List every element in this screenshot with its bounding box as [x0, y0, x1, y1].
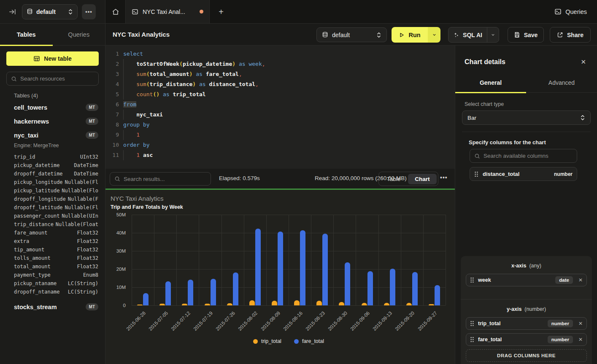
remove-icon[interactable]: ✕ — [578, 321, 583, 326]
code-token — [140, 152, 143, 158]
x-axis-tick-label: 2015-08-02 — [238, 310, 259, 332]
bar-trip_total-2015-08-30 — [339, 302, 344, 305]
column-type: DateTime — [74, 162, 98, 171]
engine-badge: MT — [86, 303, 98, 310]
sidebar-item-stocks-stream[interactable]: stocks_stream MT — [14, 303, 98, 310]
code-token: order by — [123, 142, 150, 148]
column-name: pickup_datetime — [14, 162, 59, 171]
remove-icon[interactable]: ✕ — [578, 337, 583, 342]
code-token: trip_total — [173, 91, 205, 97]
tab-advanced[interactable]: Advanced — [526, 73, 597, 92]
terminal-icon — [132, 8, 138, 15]
y-axis-item-trip-total[interactable]: trip_total number ✕ — [466, 317, 587, 330]
column-row: tolls_amount Float32 — [14, 255, 98, 264]
editor-line: 6 from — [105, 100, 455, 110]
bar-fare_total-2015-08-16 — [300, 230, 305, 305]
sqlai-button[interactable]: SQL AI — [448, 32, 487, 38]
view-toggle: Table Chart — [378, 172, 438, 186]
new-table-label: New table — [44, 55, 71, 62]
column-name: dropoff_longitude — [14, 196, 66, 205]
sidebar-item-nyc-taxi[interactable]: nyc_taxi MT — [14, 132, 98, 139]
bar-fare_total-2015-07-26 — [233, 272, 238, 305]
table-name: nyc_taxi — [14, 132, 38, 139]
y-axis-tick-label: 40M — [116, 230, 126, 235]
sqlai-caret[interactable] — [487, 27, 499, 42]
line-number: 2 — [105, 59, 119, 69]
share-button[interactable]: Share — [550, 27, 591, 43]
home-button[interactable] — [105, 0, 125, 23]
column-type: Nullable(Fl — [65, 205, 98, 213]
gridline-vertical — [446, 215, 446, 305]
x-axis-item-week[interactable]: week date ✕ — [466, 274, 587, 286]
x-axis-header: x-axis (any) — [466, 261, 587, 274]
sidebar-search-input[interactable]: Search resources — [6, 72, 99, 86]
column-row: pickup_longitude Nullable(Fl — [14, 179, 98, 188]
code-token: count — [136, 91, 153, 97]
engine-badge: MT — [86, 118, 98, 125]
drag-handle-icon[interactable] — [470, 337, 474, 342]
legend-item-trip_total[interactable]: trip_total — [253, 338, 281, 344]
elapsed-stat: Elapsed: 0.579s — [219, 175, 260, 181]
remove-icon[interactable]: ✕ — [578, 277, 583, 283]
column-type: LC(String) — [68, 289, 98, 297]
tab-strip: NYC Taxi Anal... + Queries — [105, 0, 597, 24]
y-axis-item-fare-total[interactable]: fare_total number ✕ — [466, 333, 587, 346]
sidebar-tabs: Tables Queries — [0, 24, 105, 46]
line-number: 10 — [105, 140, 119, 150]
results-search-input[interactable]: Search results... — [110, 172, 211, 186]
column-row: dropoff_longitude Nullable(F — [14, 196, 98, 205]
gridline-vertical — [423, 215, 424, 305]
sidebar-item-hackernews[interactable]: hackernews MT — [14, 118, 98, 125]
code-token: trip_distance — [150, 81, 193, 87]
chart-type-value: Bar — [467, 115, 476, 121]
legend-dot — [294, 339, 299, 344]
new-table-button[interactable]: New table — [6, 51, 99, 66]
drag-handle-icon[interactable] — [474, 171, 478, 177]
column-type: Nullable(Flo — [62, 188, 98, 196]
sidebar-database-select[interactable]: default — [22, 4, 78, 19]
y-axis-header: y-axis (number) — [466, 305, 587, 317]
code-token — [123, 89, 136, 100]
column-type: Nullable(UIn — [62, 213, 98, 221]
collapse-sidebar-icon[interactable] — [8, 8, 16, 16]
panel-title: Chart details — [465, 58, 505, 66]
sidebar-tab-queries[interactable]: Queries — [53, 24, 105, 45]
code-token: sum — [136, 81, 146, 87]
view-toggle-table[interactable]: Table — [380, 174, 407, 184]
run-button[interactable]: Run — [392, 27, 428, 43]
sql-editor[interactable]: 1 select 2 toStartOfWeek(pickup_datetime… — [105, 46, 455, 169]
editor-line: 3 sum(total_amount) as fare_total, — [105, 69, 455, 79]
x-axis-tick-label: 2015-09-06 — [349, 310, 370, 332]
tab-general[interactable]: General — [455, 73, 526, 92]
header-database-select[interactable]: default — [316, 27, 387, 42]
results-more-button[interactable]: ••• — [440, 174, 448, 181]
drag-handle-icon[interactable] — [470, 321, 474, 326]
columns-search-input[interactable]: Search available columns — [470, 149, 577, 163]
queries-button[interactable]: Queries — [554, 0, 587, 23]
drag-columns-dropzone[interactable]: DRAG COLUMNS HERE — [466, 349, 587, 362]
sidebar-tab-tables[interactable]: Tables — [0, 24, 53, 45]
column-name: pickup_ntaname — [14, 280, 57, 289]
bar-trip_total-2015-07-12 — [182, 304, 187, 305]
table-name: cell_towers — [14, 104, 47, 111]
column-row: extra Float32 — [14, 238, 98, 247]
run-options-caret[interactable] — [428, 27, 440, 43]
column-name: extra — [14, 238, 29, 247]
close-icon[interactable]: ✕ — [581, 58, 586, 66]
code-token: as — [163, 91, 170, 97]
drag-handle-icon[interactable] — [470, 277, 474, 283]
new-tab-button[interactable]: + — [215, 6, 227, 18]
view-toggle-chart[interactable]: Chart — [408, 174, 436, 184]
unsaved-dot — [200, 10, 203, 13]
available-column-distance-total[interactable]: distance_total number — [470, 167, 577, 181]
column-name: trip_id — [14, 154, 35, 162]
sidebar-more-button[interactable]: ••• — [82, 4, 96, 19]
column-row: pickup_datetime DateTime — [14, 162, 98, 171]
chart-type-select[interactable]: Bar — [462, 111, 591, 125]
chevron-updown-icon — [376, 32, 381, 38]
save-button[interactable]: Save — [508, 27, 544, 43]
tab-nyc-taxi-analytics[interactable]: NYC Taxi Anal... — [125, 0, 210, 23]
column-row: pickup_ntaname LC(String) — [14, 280, 98, 289]
legend-item-fare_total[interactable]: fare_total — [294, 338, 324, 344]
sidebar-item-cell-towers[interactable]: cell_towers MT — [14, 104, 98, 111]
